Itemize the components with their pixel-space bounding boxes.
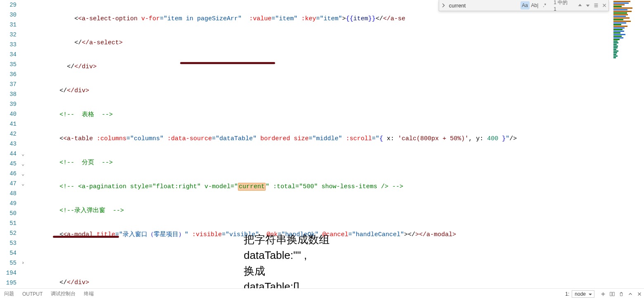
bottom-panel-bar: 问题 OUTPUT 调试控制台 终端 1: node [0,288,644,299]
fold-chevron-icon[interactable]: ⌄ [21,161,24,167]
line-number: 33 [0,40,21,50]
line-number: 29 [0,0,21,10]
line-number: 55 [0,258,21,268]
line-number: 47 [0,179,21,189]
line-number: 48 [0,189,21,199]
line-number: 45 [0,159,21,169]
panel-tab-terminal[interactable]: 终端 [80,290,98,297]
line-number: 53 [0,238,21,248]
line-number: 40 [0,109,21,119]
line-number: 52 [0,228,21,238]
find-in-selection-icon[interactable] [592,1,600,10]
terminal-selector[interactable]: node [572,290,594,298]
line-number: 34 [0,50,21,60]
line-number: 49 [0,199,21,208]
line-number: 194 [0,268,21,278]
line-number: 35 [0,60,21,69]
find-result-count: 1 中的 1 [549,0,576,12]
line-number: 32 [0,30,21,40]
line-number: 51 [0,218,21,228]
maximize-panel-icon[interactable] [626,289,635,299]
terminal-index-label: 1: [565,291,569,297]
line-number: 54 [0,248,21,258]
match-case-toggle[interactable]: Aa [520,1,530,10]
line-number: 39 [0,99,21,109]
panel-tab-debug[interactable]: 调试控制台 [47,290,80,297]
whole-word-toggle[interactable]: Ab| [530,1,539,10]
annotation-text: 把字符串换成数组 dataTable:"" , 换成 dataTable:[], [244,232,330,294]
line-number: 41 [0,119,21,129]
fold-chevron-icon[interactable]: ⌄ [21,181,24,187]
minimap[interactable] [611,0,644,278]
line-number: 195 [0,278,21,288]
fold-chevron-icon[interactable]: ⌄ [21,151,24,157]
toggle-replace-icon[interactable] [439,0,447,11]
panel-tab-problems[interactable]: 问题 [0,290,18,297]
line-number: 38 [0,89,21,99]
search-match-highlight: current [238,183,266,191]
svg-rect-1 [613,292,614,296]
regex-toggle[interactable]: .* [540,1,549,10]
line-number: 37 [0,79,21,89]
line-number: 30 [0,10,21,20]
line-number-gutter: 2930313233343536373839404142434445464748… [0,0,21,288]
annotation-underline [180,62,275,64]
line-number: 43 [0,139,21,149]
line-number: 31 [0,20,21,30]
find-widget: Aa Ab| .* 1 中的 1 [439,0,609,11]
fold-chevron-icon[interactable]: ⌄ [21,171,24,177]
line-number: 36 [0,69,21,79]
new-terminal-icon[interactable] [599,289,608,299]
annotation-underline [53,236,119,238]
close-panel-icon[interactable] [635,289,644,299]
fold-chevron-icon[interactable]: › [21,260,24,266]
svg-rect-0 [610,292,612,296]
panel-tab-output[interactable]: OUTPUT [18,291,47,297]
line-number: 44 [0,149,21,159]
code-editor[interactable]: 2930313233343536373839404142434445464748… [0,0,644,289]
previous-match-icon[interactable] [576,1,584,10]
line-number: 46 [0,169,21,179]
line-number: 42 [0,129,21,139]
next-match-icon[interactable] [584,1,592,10]
split-terminal-icon[interactable] [608,289,617,299]
find-input[interactable] [447,1,520,10]
code-token: <a-select-option [78,15,138,22]
kill-terminal-icon[interactable] [617,289,626,299]
line-number: 50 [0,208,21,218]
close-find-icon[interactable] [600,1,608,10]
